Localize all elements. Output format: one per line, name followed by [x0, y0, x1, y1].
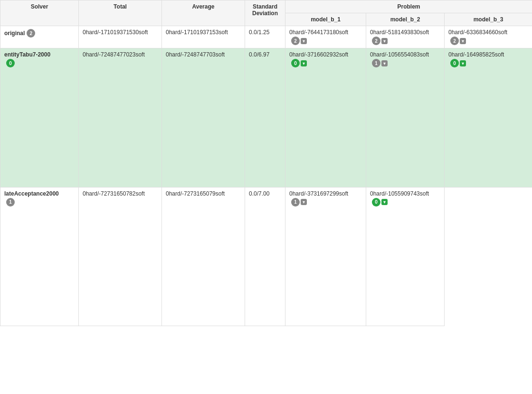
- stddev-cell: 0.0/1.25: [245, 26, 285, 48]
- table-row: entityTabu7-200000hard/-72487477023soft0…: [0, 48, 532, 188]
- results-table: Solver Total Average Standard Deviation …: [0, 0, 532, 326]
- col-header-total: Total: [79, 0, 162, 26]
- col-header-solver: Solver: [0, 0, 79, 26]
- mb1-value: 0hard/-3731697299soft: [289, 190, 362, 197]
- total-cell: 0hard/-171019371530soft: [79, 26, 162, 48]
- col-header-mb1: model_b_1: [285, 13, 366, 26]
- mb3-cell: 0hard/-6336834660soft2▾: [445, 26, 532, 48]
- mb3-value: 0hard/-164985825soft: [448, 51, 528, 58]
- solver-name: lateAcceptance2000: [4, 190, 59, 197]
- solver-cell: lateAcceptance20001: [0, 187, 79, 326]
- col-header-average: Average: [162, 0, 245, 26]
- mb2-value: 0hard/-1056554083soft: [370, 51, 440, 58]
- mb1-value: 0hard/-3716602932soft: [289, 51, 362, 58]
- col-header-stddev: Standard Deviation: [245, 0, 285, 26]
- solver-cell: entityTabu7-20000: [0, 48, 79, 188]
- col-header-mb3: model_b_3: [445, 13, 532, 26]
- mb1-value: 0hard/-7644173180soft: [289, 29, 362, 36]
- table-row: original20hard/-171019371530soft0hard/-1…: [0, 26, 532, 48]
- table-row: lateAcceptance200010hard/-72731650782sof…: [0, 187, 532, 326]
- solver-sub-badge: 0: [6, 59, 15, 67]
- total-cell: 0hard/-72487477023soft: [79, 48, 162, 188]
- mb3-dropdown-btn[interactable]: ▾: [460, 60, 466, 66]
- average-cell: 0hard/-7273165079soft: [162, 187, 245, 326]
- mb3-dropdown-btn[interactable]: ▾: [460, 38, 466, 44]
- mb1-dropdown-btn[interactable]: ▾: [301, 199, 307, 205]
- main-table-container: Solver Total Average Standard Deviation …: [0, 0, 532, 326]
- mb1-badge: 1: [291, 198, 300, 206]
- solver-sub-badge: 1: [6, 198, 15, 206]
- solver-name: entityTabu7-2000: [4, 51, 50, 58]
- mb2-badge: 0: [372, 198, 380, 206]
- solver-cell: original2: [0, 26, 79, 48]
- solver-badge: 2: [27, 29, 35, 38]
- mb3-badge: 2: [450, 37, 459, 45]
- mb2-value: 0hard/-5181493830soft: [370, 29, 440, 36]
- mb1-cell: 0hard/-7644173180soft2▾: [285, 26, 366, 48]
- mb2-cell: 0hard/-1056554083soft1▾: [366, 48, 445, 188]
- mb1-dropdown-btn[interactable]: ▾: [301, 60, 307, 66]
- col-header-mb2: model_b_2: [366, 13, 445, 26]
- stddev-cell: 0.0/7.00: [245, 187, 285, 326]
- mb2-cell: 0hard/-1055909743soft0▾: [366, 187, 445, 326]
- mb2-value: 0hard/-1055909743soft: [370, 190, 440, 197]
- mb2-dropdown-btn[interactable]: ▾: [381, 60, 388, 66]
- average-cell: 0hard/-17101937153soft: [162, 26, 245, 48]
- mb1-dropdown-btn[interactable]: ▾: [301, 38, 307, 44]
- mb2-dropdown-btn[interactable]: ▾: [381, 199, 388, 205]
- mb2-badge: 1: [372, 59, 380, 67]
- mb3-badge: 0: [450, 59, 459, 67]
- mb2-badge: 2: [372, 37, 380, 45]
- mb1-badge: 0: [291, 59, 300, 67]
- col-header-problem: Problem: [285, 0, 532, 13]
- mb1-badge: 2: [291, 37, 300, 45]
- mb2-cell: 0hard/-5181493830soft2▾: [366, 26, 445, 48]
- total-cell: 0hard/-72731650782soft: [79, 187, 162, 326]
- average-cell: 0hard/-7248747703soft: [162, 48, 245, 188]
- mb2-dropdown-btn[interactable]: ▾: [381, 38, 388, 44]
- entity-mb3-cell: 0hard/-164985825soft0▾: [445, 48, 532, 188]
- mb3-value: 0hard/-6336834660soft: [448, 29, 528, 36]
- stddev-cell: 0.0/6.97: [245, 48, 285, 188]
- mb1-cell: 0hard/-3716602932soft0▾: [285, 48, 366, 188]
- mb1-cell: 0hard/-3731697299soft1▾: [285, 187, 366, 326]
- solver-name: original: [4, 30, 25, 37]
